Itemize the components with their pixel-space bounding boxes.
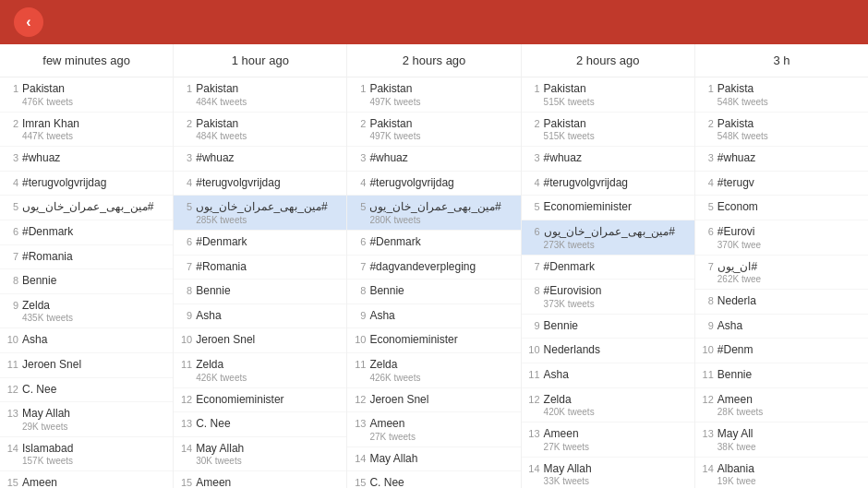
trend-rank: 1 bbox=[527, 82, 540, 94]
trend-item[interactable]: 4#terugv bbox=[695, 172, 868, 196]
trend-item[interactable]: 6#Denmark bbox=[174, 231, 346, 256]
trend-item[interactable]: 15Ameen27K tweets bbox=[0, 471, 173, 488]
trend-item[interactable]: 3#whuaz bbox=[347, 147, 520, 172]
trend-item[interactable]: 12Zelda420K tweets bbox=[522, 388, 694, 423]
trend-item[interactable]: 9Zelda435K tweets bbox=[0, 294, 173, 329]
trend-item[interactable]: 1Pakistan497K tweets bbox=[347, 77, 520, 113]
trend-rank: 6 bbox=[527, 225, 540, 237]
trend-item[interactable]: 11Zelda426K tweets bbox=[347, 353, 520, 388]
trend-item[interactable]: 1Pakista548K tweets bbox=[695, 77, 868, 113]
trend-item[interactable]: 4#terugvolgvrijdag bbox=[174, 172, 346, 196]
trend-rank: 5 bbox=[701, 200, 714, 212]
trend-item[interactable]: 3#whuaz bbox=[522, 147, 694, 172]
trend-item[interactable]: 10Jeroen Snel bbox=[174, 328, 346, 353]
trend-item[interactable]: 5Economieminister bbox=[522, 196, 694, 220]
trend-item[interactable]: 13C. Nee bbox=[174, 412, 346, 437]
column-col4: 2 hours ago1Pakistan515K tweets2Pakistan… bbox=[522, 44, 694, 488]
trend-item[interactable]: 8Bennie bbox=[347, 280, 520, 304]
trend-name: #Denmark bbox=[369, 235, 512, 250]
trend-name: #whuaz bbox=[717, 151, 861, 166]
trend-content: Pakista548K tweets bbox=[717, 82, 861, 107]
trend-rank: 1 bbox=[353, 82, 366, 94]
trend-item[interactable]: 7#Romania bbox=[174, 256, 346, 280]
trend-item[interactable]: 5مین_بھی_عمران_خان_یوں# bbox=[0, 196, 173, 220]
trend-item[interactable]: 2Pakistan484K tweets bbox=[174, 113, 346, 148]
trend-item[interactable]: 14May Allah33K tweets bbox=[522, 458, 694, 488]
trend-item[interactable]: 4#terugvolgvrijdag bbox=[522, 172, 694, 196]
trend-item[interactable]: 6#Denmark bbox=[0, 220, 173, 245]
trend-item[interactable]: 3#whuaz bbox=[0, 147, 173, 172]
trend-item[interactable]: 14Islamabad157K tweets bbox=[0, 437, 173, 472]
trend-item[interactable]: 6مین_بھی_عمران_خان_یوں#273K tweets bbox=[522, 220, 694, 256]
trend-item[interactable]: 8#Eurovision373K tweets bbox=[522, 280, 694, 315]
trend-item[interactable]: 9Asha bbox=[347, 304, 520, 329]
trend-item[interactable]: 13May All38K twee bbox=[695, 423, 868, 458]
trend-item[interactable]: 1Pakistan484K tweets bbox=[174, 77, 346, 113]
trend-item[interactable]: 12Ameen28K tweets bbox=[695, 388, 868, 423]
trend-item[interactable]: 5مین_بھی_عمران_خان_یوں#285K tweets bbox=[174, 196, 346, 231]
trend-item[interactable]: 15Ameen27K tweets bbox=[174, 471, 346, 488]
trend-name: Nederla bbox=[717, 294, 861, 309]
trend-item[interactable]: 11Jeroen Snel bbox=[0, 353, 173, 378]
trend-item[interactable]: 13Ameen27K tweets bbox=[347, 412, 520, 447]
trend-rank: 11 bbox=[179, 358, 192, 370]
trend-item[interactable]: 14May Allah bbox=[347, 447, 520, 472]
trend-count: 497K tweets bbox=[369, 97, 512, 107]
trend-item[interactable]: 7ان_یوں#262K twee bbox=[695, 256, 868, 291]
trend-item[interactable]: 2Imran Khan447K tweets bbox=[0, 113, 173, 148]
trend-item[interactable]: 5Econom bbox=[695, 196, 868, 220]
trend-item[interactable]: 2Pakista548K tweets bbox=[695, 113, 868, 148]
trend-item[interactable]: 14Albania19K twee bbox=[695, 458, 868, 488]
trend-name: May Allah bbox=[369, 452, 512, 467]
trend-item[interactable]: 10Nederlands bbox=[522, 339, 694, 363]
trend-item[interactable]: 11Zelda426K tweets bbox=[174, 353, 346, 388]
trend-name: Imran Khan bbox=[22, 117, 165, 132]
trend-item[interactable]: 11Bennie bbox=[695, 363, 868, 388]
trend-content: Ameen27K tweets bbox=[22, 476, 165, 488]
trend-content: Bennie bbox=[369, 284, 512, 299]
trend-item[interactable]: 10#Denm bbox=[695, 339, 868, 363]
trend-item[interactable]: 10Economieminister bbox=[347, 328, 520, 353]
trend-item[interactable]: 4#terugvolgvrijdag bbox=[347, 172, 520, 196]
trend-item[interactable]: 1Pakistan476K tweets bbox=[0, 77, 173, 113]
trend-item[interactable]: 14May Allah30K tweets bbox=[174, 437, 346, 472]
trend-count: 484K tweets bbox=[196, 97, 339, 107]
trend-item[interactable]: 7#Romania bbox=[0, 245, 173, 270]
trend-name: Bennie bbox=[196, 284, 339, 299]
trend-item[interactable]: 12Jeroen Snel bbox=[347, 388, 520, 413]
trend-rank: 8 bbox=[353, 284, 366, 296]
trend-item[interactable]: 15C. Nee bbox=[347, 471, 520, 488]
trend-item[interactable]: 11Asha bbox=[522, 363, 694, 388]
trend-item[interactable]: 1Pakistan515K tweets bbox=[522, 77, 694, 113]
trend-item[interactable]: 7#dagvandeverpleging bbox=[347, 256, 520, 280]
trend-item[interactable]: 3#whuaz bbox=[695, 147, 868, 172]
trend-item[interactable]: 4#terugvolgvrijdag bbox=[0, 172, 173, 196]
trend-item[interactable]: 8Nederla bbox=[695, 290, 868, 315]
trend-item[interactable]: 3#whuaz bbox=[174, 147, 346, 172]
trend-count: 435K tweets bbox=[22, 313, 165, 323]
trend-item[interactable]: 7#Denmark bbox=[522, 256, 694, 280]
trend-item[interactable]: 13May Allah29K tweets bbox=[0, 402, 173, 437]
trend-item[interactable]: 2Pakistan497K tweets bbox=[347, 113, 520, 148]
trend-item[interactable]: 8Bennie bbox=[0, 269, 173, 294]
trend-item[interactable]: 13Ameen27K tweets bbox=[522, 423, 694, 458]
trend-content: Jeroen Snel bbox=[369, 393, 512, 408]
trend-item[interactable]: 10Asha bbox=[0, 328, 173, 353]
trend-content: Zelda426K tweets bbox=[369, 358, 512, 383]
trend-content: #Denmark bbox=[196, 235, 339, 250]
trend-name: Jeroen Snel bbox=[369, 393, 512, 408]
trend-item[interactable]: 9Bennie bbox=[522, 315, 694, 339]
trend-item[interactable]: 12C. Nee bbox=[0, 378, 173, 403]
trend-item[interactable]: 6#Eurovi370K twee bbox=[695, 220, 868, 256]
back-button[interactable]: ‹ bbox=[14, 7, 43, 37]
trend-item[interactable]: 9Asha bbox=[174, 304, 346, 329]
trend-item[interactable]: 5مین_بھی_عمران_خان_یوں#280K tweets bbox=[347, 196, 520, 231]
trend-item[interactable]: 2Pakistan515K tweets bbox=[522, 113, 694, 148]
trend-item[interactable]: 6#Denmark bbox=[347, 231, 520, 256]
trend-item[interactable]: 8Bennie bbox=[174, 280, 346, 304]
trend-item[interactable]: 12Economieminister bbox=[174, 388, 346, 413]
trend-name: Pakistan bbox=[544, 82, 687, 97]
trend-rank: 7 bbox=[527, 260, 540, 272]
trend-item[interactable]: 9Asha bbox=[695, 315, 868, 339]
trend-rank: 2 bbox=[353, 117, 366, 129]
